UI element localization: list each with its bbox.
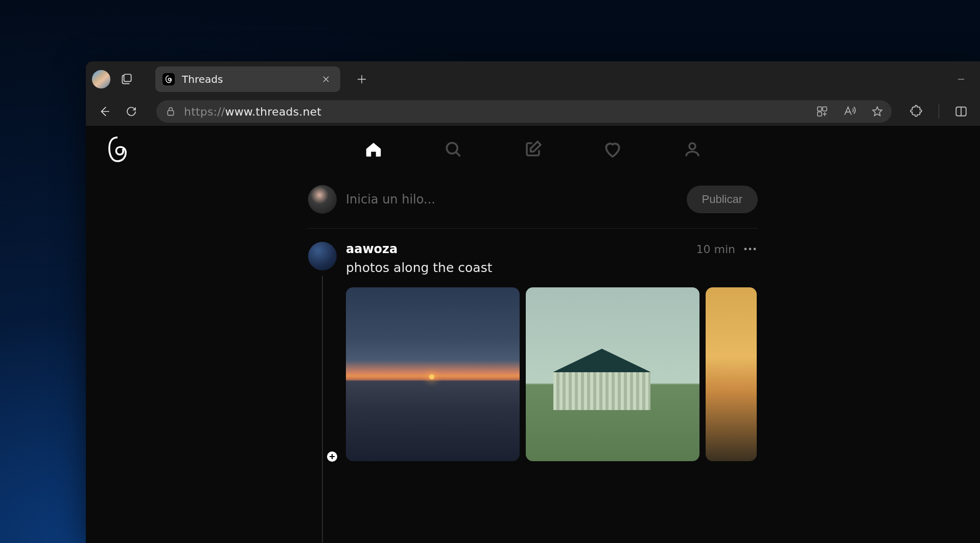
svg-rect-3 (823, 107, 827, 111)
svg-point-7 (689, 143, 695, 149)
workspaces-icon[interactable] (116, 69, 137, 89)
photo-sky[interactable] (706, 287, 757, 461)
post-more-icon[interactable] (742, 245, 758, 253)
profile-avatar[interactable] (92, 70, 110, 88)
nav-profile[interactable] (680, 137, 705, 162)
new-tab-button[interactable] (352, 69, 372, 89)
post-text: photos along the coast (346, 260, 758, 275)
toolbar-divider (939, 104, 939, 119)
svg-rect-0 (124, 74, 131, 81)
svg-point-10 (754, 248, 756, 251)
photo-house[interactable] (526, 287, 699, 461)
svg-rect-4 (818, 112, 822, 116)
threads-favicon-icon (162, 73, 175, 85)
threads-logo-icon[interactable] (106, 137, 129, 162)
svg-point-6 (447, 143, 457, 153)
nav-compose[interactable] (521, 137, 545, 162)
thread-line (322, 276, 323, 543)
compose-placeholder[interactable]: Inicia un hilo... (346, 192, 678, 207)
svg-rect-2 (818, 107, 822, 111)
page-content: Inicia un hilo... Publicar aawoza 10 min (86, 126, 980, 543)
post-time: 10 min (696, 243, 735, 256)
post-username[interactable]: aawoza (346, 242, 398, 256)
apps-icon[interactable] (814, 103, 830, 120)
svg-rect-1 (168, 110, 174, 115)
publish-button[interactable]: Publicar (687, 186, 758, 213)
svg-point-8 (744, 248, 747, 251)
extensions-icon[interactable] (905, 100, 928, 123)
favorite-icon[interactable] (869, 103, 885, 120)
threads-header (86, 126, 980, 173)
post-gallery[interactable] (346, 287, 758, 461)
url-text: https://www.threads.net (184, 105, 321, 118)
browser-tab[interactable]: Threads (155, 66, 340, 92)
back-button[interactable] (93, 100, 116, 123)
address-bar-row: https://www.threads.net (86, 97, 980, 126)
refresh-button[interactable] (120, 100, 143, 123)
post-avatar[interactable] (308, 242, 337, 270)
nav-activity[interactable] (600, 137, 625, 162)
toolbar-right (905, 100, 973, 123)
compose-row[interactable]: Inicia un hilo... Publicar (308, 179, 758, 229)
browser-window: Threads https://www.threads.net (86, 61, 980, 543)
minimize-button[interactable] (946, 67, 976, 91)
tab-title: Threads (182, 73, 312, 85)
post-avatar-wrap (308, 242, 337, 461)
titlebar: Threads (86, 61, 980, 97)
nav-home[interactable] (361, 137, 386, 162)
address-bar[interactable]: https://www.threads.net (156, 100, 892, 123)
follow-badge-icon[interactable] (325, 450, 339, 463)
post: aawoza 10 min photos along the coast (308, 229, 758, 461)
threads-nav (86, 137, 980, 162)
compose-avatar[interactable] (308, 185, 337, 214)
svg-point-9 (749, 248, 752, 251)
post-header: aawoza 10 min (346, 242, 758, 256)
split-screen-icon[interactable] (949, 100, 973, 123)
window-controls (946, 67, 976, 91)
post-body: aawoza 10 min photos along the coast (346, 242, 758, 461)
nav-search[interactable] (441, 137, 465, 162)
lock-icon[interactable] (166, 106, 176, 117)
photo-sunset[interactable] (346, 287, 520, 461)
tab-close-button[interactable] (319, 72, 333, 86)
read-aloud-icon[interactable] (842, 103, 858, 120)
feed: Inicia un hilo... Publicar aawoza 10 min (308, 173, 758, 461)
